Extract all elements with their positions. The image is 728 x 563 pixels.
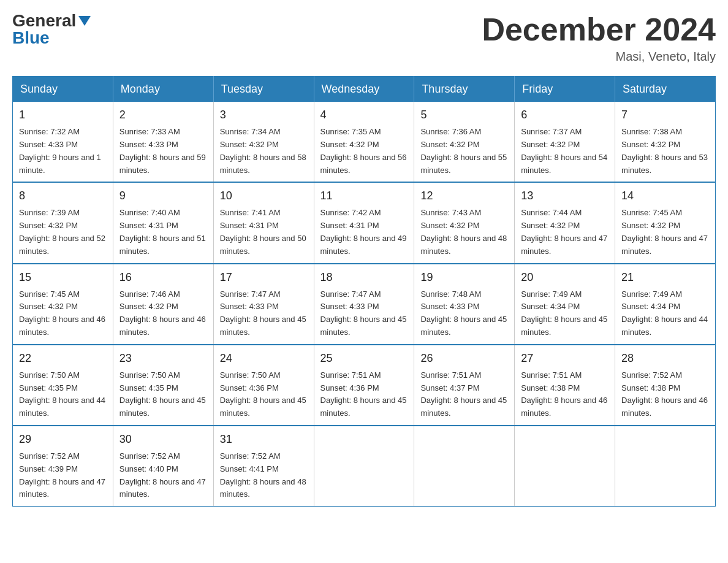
day-number: 2 [119,107,207,123]
calendar-week-2: 8 Sunrise: 7:39 AMSunset: 4:32 PMDayligh… [13,182,716,263]
calendar-cell: 2 Sunrise: 7:33 AMSunset: 4:33 PMDayligh… [113,102,213,182]
calendar-cell: 4 Sunrise: 7:35 AMSunset: 4:32 PMDayligh… [314,102,414,182]
day-info: Sunrise: 7:46 AMSunset: 4:32 PMDaylight:… [119,289,206,337]
day-info: Sunrise: 7:37 AMSunset: 4:32 PMDaylight:… [521,127,607,174]
col-friday: Friday [515,77,615,102]
day-number: 9 [119,188,207,204]
calendar-cell: 8 Sunrise: 7:39 AMSunset: 4:32 PMDayligh… [13,182,113,263]
day-info: Sunrise: 7:51 AMSunset: 4:37 PMDaylight:… [420,370,507,418]
day-number: 3 [220,107,308,123]
day-number: 10 [220,188,308,204]
calendar-cell: 9 Sunrise: 7:40 AMSunset: 4:31 PMDayligh… [113,182,213,263]
day-info: Sunrise: 7:52 AMSunset: 4:39 PMDaylight:… [19,451,105,499]
calendar-cell: 20 Sunrise: 7:49 AMSunset: 4:34 PMDaylig… [515,264,615,345]
month-title: December 2024 [482,12,716,47]
day-info: Sunrise: 7:49 AMSunset: 4:34 PMDaylight:… [621,289,708,337]
calendar-cell: 31 Sunrise: 7:52 AMSunset: 4:41 PMDaylig… [213,426,314,507]
day-number: 28 [621,350,709,367]
day-number: 8 [19,188,107,204]
day-info: Sunrise: 7:52 AMSunset: 4:38 PMDaylight:… [621,370,708,418]
calendar-cell: 24 Sunrise: 7:50 AMSunset: 4:36 PMDaylig… [213,345,314,426]
calendar-table: Sunday Monday Tuesday Wednesday Thursday… [12,76,716,507]
day-number: 24 [220,350,308,367]
logo-blue-text: Blue [12,29,50,47]
day-number: 15 [19,269,107,286]
day-number: 6 [521,107,609,123]
calendar-cell: 14 Sunrise: 7:45 AMSunset: 4:32 PMDaylig… [615,182,716,263]
calendar-cell: 28 Sunrise: 7:52 AMSunset: 4:38 PMDaylig… [615,345,716,426]
day-number: 4 [320,107,408,123]
calendar-cell: 26 Sunrise: 7:51 AMSunset: 4:37 PMDaylig… [414,345,515,426]
day-info: Sunrise: 7:48 AMSunset: 4:33 PMDaylight:… [420,289,507,337]
calendar-cell: 18 Sunrise: 7:47 AMSunset: 4:33 PMDaylig… [314,264,414,345]
col-saturday: Saturday [615,77,716,102]
calendar-cell: 22 Sunrise: 7:50 AMSunset: 4:35 PMDaylig… [13,345,113,426]
calendar-week-1: 1 Sunrise: 7:32 AMSunset: 4:33 PMDayligh… [13,102,716,182]
calendar-cell: 10 Sunrise: 7:41 AMSunset: 4:31 PMDaylig… [213,182,314,263]
calendar-cell: 23 Sunrise: 7:50 AMSunset: 4:35 PMDaylig… [113,345,213,426]
day-number: 21 [621,269,709,286]
day-info: Sunrise: 7:52 AMSunset: 4:41 PMDaylight:… [220,451,306,499]
day-number: 13 [521,188,609,204]
day-info: Sunrise: 7:49 AMSunset: 4:34 PMDaylight:… [521,289,607,337]
calendar-cell: 5 Sunrise: 7:36 AMSunset: 4:32 PMDayligh… [414,102,515,182]
day-info: Sunrise: 7:50 AMSunset: 4:36 PMDaylight:… [220,370,306,418]
calendar-cell: 13 Sunrise: 7:44 AMSunset: 4:32 PMDaylig… [515,182,615,263]
calendar-cell: 12 Sunrise: 7:43 AMSunset: 4:32 PMDaylig… [414,182,515,263]
day-info: Sunrise: 7:38 AMSunset: 4:32 PMDaylight:… [621,127,708,174]
calendar-cell: 19 Sunrise: 7:48 AMSunset: 4:33 PMDaylig… [414,264,515,345]
col-monday: Monday [113,77,213,102]
calendar-cell: 7 Sunrise: 7:38 AMSunset: 4:32 PMDayligh… [615,102,716,182]
day-number: 29 [19,431,107,448]
col-wednesday: Wednesday [314,77,414,102]
day-info: Sunrise: 7:34 AMSunset: 4:32 PMDaylight:… [220,127,306,174]
calendar-cell: 30 Sunrise: 7:52 AMSunset: 4:40 PMDaylig… [113,426,213,507]
day-info: Sunrise: 7:43 AMSunset: 4:32 PMDaylight:… [420,208,507,255]
day-number: 18 [320,269,408,286]
day-number: 22 [19,350,107,367]
calendar-cell: 21 Sunrise: 7:49 AMSunset: 4:34 PMDaylig… [615,264,716,345]
day-number: 25 [320,350,408,367]
day-number: 16 [119,269,207,286]
calendar-cell: 11 Sunrise: 7:42 AMSunset: 4:31 PMDaylig… [314,182,414,263]
day-info: Sunrise: 7:45 AMSunset: 4:32 PMDaylight:… [19,289,105,337]
day-number: 7 [621,107,709,123]
col-thursday: Thursday [414,77,515,102]
title-section: December 2024 Masi, Veneto, Italy [482,12,716,64]
calendar-cell: 27 Sunrise: 7:51 AMSunset: 4:38 PMDaylig… [515,345,615,426]
calendar-cell [314,426,414,507]
day-number: 19 [420,269,508,286]
day-number: 27 [521,350,609,367]
day-info: Sunrise: 7:36 AMSunset: 4:32 PMDaylight:… [420,127,507,174]
day-info: Sunrise: 7:33 AMSunset: 4:33 PMDaylight:… [119,127,206,174]
calendar-cell: 3 Sunrise: 7:34 AMSunset: 4:32 PMDayligh… [213,102,314,182]
day-info: Sunrise: 7:47 AMSunset: 4:33 PMDaylight:… [320,289,407,337]
calendar-week-3: 15 Sunrise: 7:45 AMSunset: 4:32 PMDaylig… [13,264,716,345]
day-number: 20 [521,269,609,286]
calendar-cell: 25 Sunrise: 7:51 AMSunset: 4:36 PMDaylig… [314,345,414,426]
day-info: Sunrise: 7:42 AMSunset: 4:31 PMDaylight:… [320,208,407,255]
logo: General Blue [12,12,91,47]
calendar-week-5: 29 Sunrise: 7:52 AMSunset: 4:39 PMDaylig… [13,426,716,507]
day-number: 14 [621,188,709,204]
day-info: Sunrise: 7:41 AMSunset: 4:31 PMDaylight:… [220,208,306,255]
day-number: 1 [19,107,107,123]
day-info: Sunrise: 7:44 AMSunset: 4:32 PMDaylight:… [521,208,607,255]
day-info: Sunrise: 7:51 AMSunset: 4:38 PMDaylight:… [521,370,607,418]
location: Masi, Veneto, Italy [482,50,716,64]
day-info: Sunrise: 7:39 AMSunset: 4:32 PMDaylight:… [19,208,105,255]
calendar-cell: 29 Sunrise: 7:52 AMSunset: 4:39 PMDaylig… [13,426,113,507]
day-info: Sunrise: 7:32 AMSunset: 4:33 PMDaylight:… [19,127,101,174]
col-tuesday: Tuesday [213,77,314,102]
header-row: Sunday Monday Tuesday Wednesday Thursday… [13,77,716,102]
page-header: General Blue December 2024 Masi, Veneto,… [12,12,716,64]
calendar-cell: 6 Sunrise: 7:37 AMSunset: 4:32 PMDayligh… [515,102,615,182]
day-info: Sunrise: 7:50 AMSunset: 4:35 PMDaylight:… [19,370,105,418]
day-number: 30 [119,431,207,448]
calendar-cell [414,426,515,507]
day-number: 17 [220,269,308,286]
day-info: Sunrise: 7:35 AMSunset: 4:32 PMDaylight:… [320,127,407,174]
logo-general-text: General [12,12,76,29]
calendar-cell: 15 Sunrise: 7:45 AMSunset: 4:32 PMDaylig… [13,264,113,345]
day-info: Sunrise: 7:51 AMSunset: 4:36 PMDaylight:… [320,370,407,418]
